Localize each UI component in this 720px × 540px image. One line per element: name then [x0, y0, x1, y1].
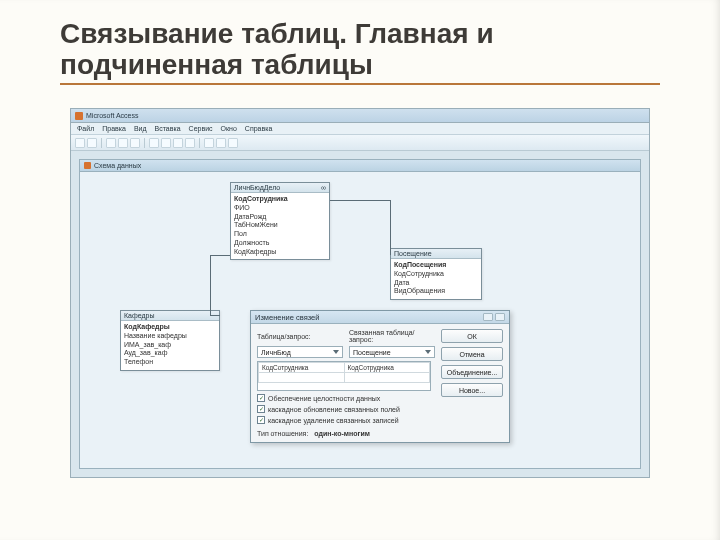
menu-insert[interactable]: Вставка: [155, 125, 181, 132]
cascade-update-label: каскадное обновление связанных полей: [268, 406, 400, 413]
menu-view[interactable]: Вид: [134, 125, 147, 132]
menu-tools[interactable]: Сервис: [189, 125, 213, 132]
relationship-type-label: Тип отношения:: [257, 430, 308, 437]
relationships-canvas: Схема данных ЛичнБюдДело ∞ КодСотрудника…: [71, 151, 649, 477]
relationship-line[interactable]: [210, 315, 220, 316]
dialog-titlebar[interactable]: Изменение связей: [251, 311, 509, 324]
toolbar-divider: [199, 138, 200, 148]
help-icon[interactable]: [483, 313, 493, 321]
integrity-checkbox[interactable]: [257, 394, 265, 402]
toolbar-divider: [101, 138, 102, 148]
title-block: Связывание таблиц. Главная и подчиненная…: [0, 0, 720, 93]
table-combo[interactable]: ЛичнБюд: [257, 346, 343, 358]
relationships-titlebar: Схема данных: [80, 160, 640, 172]
menu-edit[interactable]: Правка: [102, 125, 126, 132]
dialog-title: Изменение связей: [255, 313, 319, 322]
relationship-line[interactable]: [210, 255, 230, 256]
combo-value: ЛичнБюд: [261, 349, 291, 356]
toolbar-button[interactable]: [185, 138, 195, 148]
relationships-title: Схема данных: [94, 162, 141, 169]
field[interactable]: ТабНомЖени: [234, 221, 326, 230]
toolbar-button[interactable]: [118, 138, 128, 148]
field[interactable]: ДатаРожд: [234, 213, 326, 222]
field[interactable]: КодСотрудника: [234, 195, 326, 204]
menu-file[interactable]: Файл: [77, 125, 94, 132]
field[interactable]: КодСотрудника: [394, 270, 478, 279]
menu-window[interactable]: Окно: [221, 125, 237, 132]
access-icon: [75, 112, 83, 120]
chevron-down-icon: [425, 350, 431, 354]
close-icon[interactable]: [495, 313, 505, 321]
toolbar: [71, 135, 649, 151]
toolbar-button[interactable]: [216, 138, 226, 148]
integrity-label: Обеспечение целостности данных: [268, 395, 380, 402]
field[interactable]: Дата: [394, 279, 478, 288]
field[interactable]: КодКафедры: [234, 248, 326, 257]
field-mapping-grid[interactable]: КодСотрудника КодСотрудника: [257, 361, 431, 391]
chevron-down-icon: [333, 350, 339, 354]
app-title: Microsoft Access: [86, 112, 139, 119]
toolbar-button[interactable]: [204, 138, 214, 148]
field[interactable]: Телефон: [124, 358, 216, 367]
related-combo[interactable]: Посещение: [349, 346, 435, 358]
relationship-line[interactable]: [390, 200, 391, 255]
relationship-type-value: один-ко-многим: [314, 430, 370, 437]
toolbar-button[interactable]: [75, 138, 85, 148]
grid-cell[interactable]: КодСотрудника: [344, 363, 430, 373]
combo-value: Посещение: [353, 349, 391, 356]
slide-title: Связывание таблиц. Главная и подчиненная…: [60, 18, 660, 81]
table-title: Кафедры: [124, 312, 154, 319]
related-table-label: Связанная таблица/запрос:: [349, 329, 435, 343]
ok-button[interactable]: ОК: [441, 329, 503, 343]
toolbar-button[interactable]: [87, 138, 97, 148]
toolbar-button[interactable]: [173, 138, 183, 148]
toolbar-button[interactable]: [106, 138, 116, 148]
relationships-window: Схема данных ЛичнБюдДело ∞ КодСотрудника…: [79, 159, 641, 469]
menu-help[interactable]: Справка: [245, 125, 272, 132]
menu-bar: Файл Правка Вид Вставка Сервис Окно Спра…: [71, 123, 649, 135]
field[interactable]: Пол: [234, 230, 326, 239]
table-poseshenie[interactable]: Посещение КодПосещения КодСотрудника Дат…: [390, 248, 482, 300]
join-type-button[interactable]: Объединение...: [441, 365, 503, 379]
slide: Связывание таблиц. Главная и подчиненная…: [0, 0, 720, 540]
access-app-window: Microsoft Access Файл Правка Вид Вставка…: [70, 108, 650, 478]
cancel-button[interactable]: Отмена: [441, 347, 503, 361]
toolbar-button[interactable]: [228, 138, 238, 148]
field[interactable]: ВидОбращения: [394, 287, 478, 296]
table-lichnoedelo[interactable]: ЛичнБюдДело ∞ КодСотрудника ФИО ДатаРожд…: [230, 182, 330, 260]
field[interactable]: Название кафедры: [124, 332, 216, 341]
field[interactable]: КодПосещения: [394, 261, 478, 270]
toolbar-button[interactable]: [161, 138, 171, 148]
title-underline: [60, 83, 660, 85]
field[interactable]: КодКафедры: [124, 323, 216, 332]
relationship-line[interactable]: [210, 255, 211, 315]
field[interactable]: ИМА_зав_каф: [124, 341, 216, 350]
grid-cell[interactable]: КодСотрудника: [259, 363, 345, 373]
toolbar-button[interactable]: [130, 138, 140, 148]
field[interactable]: ФИО: [234, 204, 326, 213]
relationship-line[interactable]: [330, 200, 390, 201]
dialog-buttons: ОК Отмена Объединение... Новое...: [441, 329, 503, 397]
relationships-icon: [84, 162, 91, 169]
app-titlebar: Microsoft Access: [71, 109, 649, 123]
field[interactable]: Должность: [234, 239, 326, 248]
create-new-button[interactable]: Новое...: [441, 383, 503, 397]
cascade-update-checkbox[interactable]: [257, 405, 265, 413]
table-title: ЛичнБюдДело: [234, 184, 280, 191]
edit-relationships-dialog: Изменение связей ОК Отмена Объединение..…: [250, 310, 510, 443]
toolbar-button[interactable]: [149, 138, 159, 148]
table-title: Посещение: [394, 250, 432, 257]
table-query-label: Таблица/запрос:: [257, 333, 343, 340]
cascade-delete-label: каскадное удаление связанных записей: [268, 417, 399, 424]
toolbar-divider: [144, 138, 145, 148]
field[interactable]: Ауд_зав_каф: [124, 349, 216, 358]
table-kafedry[interactable]: Кафедры КодКафедры Название кафедры ИМА_…: [120, 310, 220, 371]
cardinality-icon: ∞: [321, 184, 326, 191]
cascade-delete-checkbox[interactable]: [257, 416, 265, 424]
